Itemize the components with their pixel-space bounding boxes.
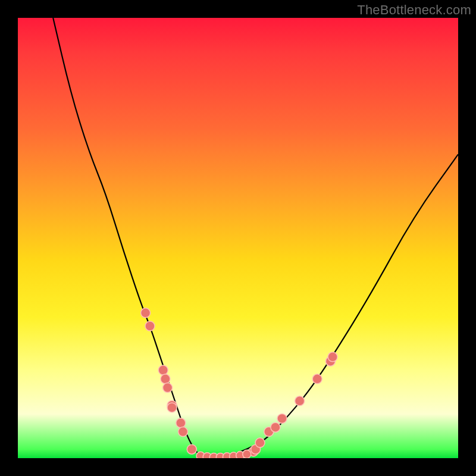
data-point: [158, 365, 168, 375]
data-point: [141, 308, 151, 318]
data-point: [328, 352, 337, 362]
watermark-text: TheBottleneck.com: [357, 2, 471, 18]
data-point: [187, 444, 196, 454]
data-point: [178, 427, 188, 437]
bottleneck-curve: [53, 18, 458, 458]
data-point: [295, 396, 305, 406]
data-point: [145, 321, 155, 331]
data-point: [312, 374, 322, 384]
chart-frame: TheBottleneck.com: [0, 0, 476, 476]
curve-svg: [18, 18, 458, 458]
data-point: [255, 438, 265, 447]
data-point: [161, 374, 170, 384]
data-point: [176, 418, 186, 428]
data-point: [271, 422, 280, 432]
data-point: [277, 414, 287, 423]
data-points-left: [141, 308, 197, 454]
data-point: [167, 403, 177, 412]
data-point: [243, 450, 251, 458]
data-point: [163, 383, 173, 393]
plot-area: [18, 18, 458, 458]
